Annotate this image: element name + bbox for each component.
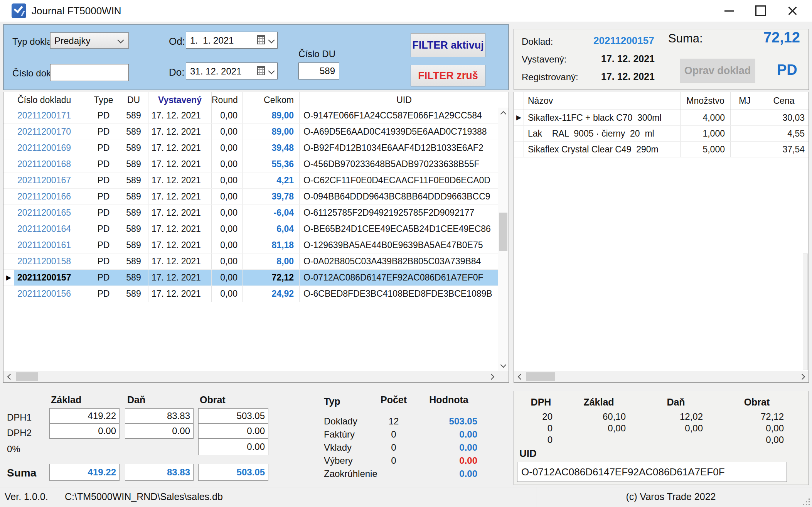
hodnota-header: Hodnota bbox=[420, 394, 477, 406]
version-label: Ver. 1.0.0. bbox=[5, 491, 48, 502]
scrollbar-thumb[interactable] bbox=[526, 372, 555, 381]
journal-row[interactable]: 20211200161PD58917. 12. 20210,0081,18O-1… bbox=[3, 237, 498, 254]
col-mnozstvo[interactable]: Množstvo bbox=[681, 92, 731, 110]
cell-du: 589 bbox=[119, 140, 148, 156]
horizontal-scrollbar[interactable] bbox=[3, 371, 498, 382]
cell-celkom: 55,36 bbox=[243, 156, 300, 172]
journal-row[interactable]: 20211200171PD58917. 12. 20210,0089,00O-9… bbox=[3, 108, 498, 124]
chevron-down-icon[interactable] bbox=[268, 37, 275, 44]
cell-type: PD bbox=[88, 140, 119, 156]
zaklad-value: 60,10 bbox=[564, 411, 626, 422]
col-mj[interactable]: MJ bbox=[731, 92, 759, 110]
cell-du: 589 bbox=[119, 237, 148, 253]
scrollbar-thumb[interactable] bbox=[16, 372, 38, 381]
calendar-icon[interactable] bbox=[257, 66, 265, 75]
zaklad-header: Základ bbox=[51, 394, 81, 406]
chevron-down-icon[interactable] bbox=[268, 68, 275, 74]
dph1-zaklad: 419.22 bbox=[49, 408, 120, 424]
journal-row[interactable]: 20211200166PD58917. 12. 20210,0039,78O-0… bbox=[3, 189, 498, 205]
item-row[interactable]: Lak RAL 9005 · čierny 20 ml1,0004,55 bbox=[514, 126, 809, 142]
cell-cena: 30,03 bbox=[759, 110, 809, 125]
filter-aktivuj-button[interactable]: FILTER aktivuj bbox=[411, 33, 485, 57]
col-du[interactable]: DU bbox=[119, 92, 148, 108]
typ-dokladu-select[interactable]: Predajky bbox=[50, 32, 129, 49]
cell-cislo-dokladu: 20211200169 bbox=[14, 140, 88, 156]
suma-label: Suma: bbox=[668, 32, 703, 46]
dan-header: Daň bbox=[127, 394, 145, 406]
item-row[interactable]: ▶Sikaflex-11FC + black C70 300ml4,00030,… bbox=[514, 110, 809, 126]
journal-row[interactable]: 20211200164PD58917. 12. 20210,006,04O-BE… bbox=[3, 221, 498, 237]
cislo-dokladu-input[interactable] bbox=[50, 64, 129, 81]
col-vystaveny[interactable]: Vystavený bbox=[148, 92, 212, 108]
item-row[interactable]: Sikaflex Crystal Clear C49 290m5,00037,5… bbox=[514, 142, 809, 157]
cell-vystaveny: 17. 12. 2021 bbox=[148, 189, 212, 204]
uid-input[interactable]: O-0712AC086D6147EF92AC086D61A7EF0F bbox=[517, 462, 787, 482]
doklad-number: 20211200157 bbox=[593, 35, 654, 47]
col-uid[interactable]: UID bbox=[300, 92, 509, 108]
journal-row[interactable]: 20211200168PD58917. 12. 20210,0055,36O-4… bbox=[3, 156, 498, 172]
scroll-right-button[interactable] bbox=[797, 371, 809, 382]
do-date-input[interactable]: 31. 12. 2021 bbox=[186, 63, 278, 79]
vertical-scrollbar[interactable] bbox=[803, 254, 808, 370]
filter-zrus-button[interactable]: FILTER zruš bbox=[411, 65, 485, 86]
cell-du: 589 bbox=[119, 124, 148, 140]
chevron-left-icon bbox=[7, 374, 13, 380]
col-cislo-dokladu[interactable]: Číslo dokladu bbox=[14, 92, 88, 108]
cell-vystaveny: 17. 12. 2021 bbox=[148, 270, 212, 286]
cell-celkom: 24,92 bbox=[243, 286, 300, 302]
scroll-right-button[interactable] bbox=[486, 371, 498, 382]
close-button[interactable] bbox=[777, 0, 808, 22]
calendar-icon[interactable] bbox=[257, 35, 265, 44]
cell-cislo-dokladu: 20211200158 bbox=[14, 254, 88, 269]
cell-vystaveny: 17. 12. 2021 bbox=[148, 237, 212, 253]
col-cena[interactable]: Cena bbox=[759, 92, 809, 110]
journal-row[interactable]: 20211200158PD58917. 12. 20210,008,00O-0A… bbox=[3, 254, 498, 270]
cislo-du-input[interactable]: 589 bbox=[298, 63, 339, 79]
oprav-doklad-button[interactable]: Oprav doklad bbox=[680, 59, 755, 83]
pocet-value: 0 bbox=[378, 455, 409, 466]
scroll-down-button[interactable] bbox=[498, 360, 509, 371]
suma-obrat: 503.05 bbox=[198, 464, 268, 481]
journal-row[interactable]: 20211200170PD58917. 12. 20210,0089,00O-A… bbox=[3, 124, 498, 140]
cell-cislo-dokladu: 20211200166 bbox=[14, 189, 88, 204]
journal-row[interactable]: 20211200165PD58917. 12. 20210,00-6,04O-6… bbox=[3, 205, 498, 221]
journal-row[interactable]: 20211200169PD58917. 12. 20210,0039,48O-B… bbox=[3, 140, 498, 156]
col-celkom[interactable]: Celkom bbox=[243, 92, 300, 108]
col-nazov[interactable]: Názov bbox=[524, 92, 681, 110]
cell-mnozstvo: 5,000 bbox=[681, 142, 731, 157]
od-date-input[interactable]: 1. 1. 2021 bbox=[186, 32, 278, 49]
vertical-scrollbar[interactable] bbox=[498, 108, 509, 371]
statusbar-divider bbox=[58, 487, 58, 507]
dph-value: 0 bbox=[522, 434, 553, 445]
cell-round: 0,00 bbox=[212, 237, 243, 253]
scroll-up-button[interactable] bbox=[498, 108, 509, 118]
window-title: Journal FT5000WIN bbox=[32, 5, 121, 17]
horizontal-scrollbar[interactable] bbox=[514, 371, 809, 382]
scroll-left-button[interactable] bbox=[514, 371, 526, 382]
maximize-button[interactable] bbox=[745, 0, 777, 22]
chevron-up-icon bbox=[500, 111, 507, 117]
minimize-icon bbox=[724, 10, 734, 12]
col-type[interactable]: Type bbox=[88, 92, 119, 108]
journal-row[interactable]: ▶20211200157PD58917. 12. 20210,0072,12O-… bbox=[3, 270, 498, 286]
cell-celkom: 89,00 bbox=[243, 124, 300, 140]
journal-table: Číslo dokladu Type DU Vystavený Round Ce… bbox=[3, 92, 509, 383]
row-indicator bbox=[514, 126, 524, 141]
minimize-button[interactable] bbox=[713, 0, 745, 22]
pocet-value: 12 bbox=[378, 416, 409, 427]
cell-uid: O-9147E066F1A24CC587E066F1A29CC584 bbox=[300, 108, 498, 123]
typ-value: Faktúry bbox=[324, 429, 355, 440]
resize-grip[interactable] bbox=[803, 498, 810, 505]
dph2-obrat: 0.00 bbox=[198, 423, 268, 439]
journal-row[interactable]: 20211200156PD58917. 12. 20210,0024,92O-6… bbox=[3, 286, 498, 302]
cell-round: 0,00 bbox=[212, 124, 243, 140]
hodnota-value: 0.00 bbox=[420, 429, 477, 440]
scrollbar-thumb[interactable] bbox=[499, 213, 507, 251]
titlebar: Journal FT5000WIN bbox=[0, 0, 812, 22]
col-round[interactable]: Round bbox=[212, 92, 243, 108]
journal-row[interactable]: 20211200167PD58917. 12. 20210,004,21O-C6… bbox=[3, 172, 498, 189]
typ-value: Zaokrúhlenie bbox=[324, 468, 377, 479]
scroll-left-button[interactable] bbox=[3, 371, 15, 382]
cell-du: 589 bbox=[119, 270, 148, 286]
dph1-label: DPH1 bbox=[7, 412, 32, 423]
